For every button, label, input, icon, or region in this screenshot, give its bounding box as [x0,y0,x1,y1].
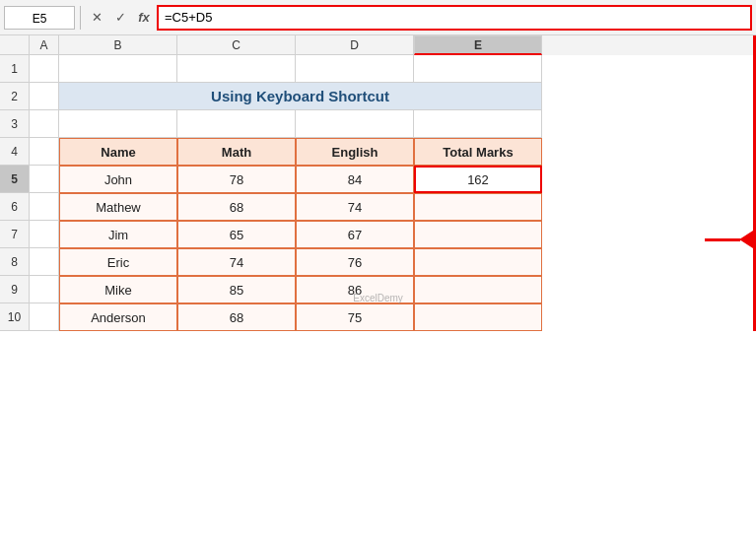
confirm-icon[interactable]: ✓ [109,7,131,29]
cell-a8[interactable] [30,248,59,276]
row-6: 6 Mathew 68 74 [0,193,756,221]
row-4: 4 Name Math English Total Marks [0,138,756,166]
cell-d8[interactable]: 76 [296,248,414,276]
col-header-a[interactable]: A [30,35,59,55]
cell-b5[interactable]: John [59,166,177,193]
row-3: 3 [0,110,756,138]
spreadsheet: A B C D E 1 2 Using Keyboard Shortcut 3 [0,35,756,331]
cell-c4-header[interactable]: Math [177,138,296,166]
row-num-4: 4 [0,138,30,166]
cell-title[interactable]: Using Keyboard Shortcut [59,83,542,110]
cell-a5[interactable] [30,166,59,193]
cell-d10[interactable]: 75 [296,303,414,331]
cell-e8[interactable] [414,248,542,276]
cell-c1[interactable] [177,55,296,83]
cell-a6[interactable] [30,193,59,221]
cell-e4-header[interactable]: Total Marks [414,138,542,166]
cell-c7[interactable]: 65 [177,221,296,248]
cell-b9[interactable]: Mike [59,276,177,303]
toolbar-separator [80,6,81,30]
row-num-2: 2 [0,83,30,110]
col-header-d[interactable]: D [296,35,414,55]
cell-a2[interactable] [30,83,59,110]
row-7: 7 Jim 65 67 [0,221,756,248]
fx-icon: fx [133,7,155,29]
cell-a10[interactable] [30,303,59,331]
row-10: 10 Anderson 68 75 [0,303,756,331]
cell-d3[interactable] [296,110,414,138]
cell-c5[interactable]: 78 [177,166,296,193]
column-headers: A B C D E [0,35,756,55]
cell-e6[interactable] [414,193,542,221]
row-num-1: 1 [0,55,30,83]
cell-c6[interactable]: 68 [177,193,296,221]
cell-c9[interactable]: 85 [177,276,296,303]
col-header-e[interactable]: E [414,35,542,55]
cell-d1[interactable] [296,55,414,83]
cell-a1[interactable] [30,55,59,83]
name-box[interactable]: E5 [4,6,75,30]
cell-a4[interactable] [30,138,59,166]
cancel-icon[interactable]: ✕ [86,7,107,29]
cell-d7[interactable]: 67 [296,221,414,248]
cell-e7[interactable] [414,221,542,248]
cell-a7[interactable] [30,221,59,248]
row-num-8: 8 [0,248,30,276]
row-num-7: 7 [0,221,30,248]
cell-b6[interactable]: Mathew [59,193,177,221]
cell-a9[interactable] [30,276,59,303]
col-header-c[interactable]: C [177,35,296,55]
row-num-9: 9 [0,276,30,303]
cell-c10[interactable]: 68 [177,303,296,331]
formula-bar-wrapper: =C5+D5 [157,5,752,31]
row-num-10: 10 [0,303,30,331]
row-num-3: 3 [0,110,30,138]
cell-c8[interactable]: 74 [177,248,296,276]
corner-header [0,35,30,55]
row-5: 5 John 78 84 162 [0,166,756,193]
cell-b3[interactable] [59,110,177,138]
cell-e5[interactable]: 162 [414,166,542,193]
spreadsheet-wrapper: A B C D E 1 2 Using Keyboard Shortcut 3 [0,35,756,331]
cell-c3[interactable] [177,110,296,138]
cell-e10[interactable] [414,303,542,331]
cell-b4-header[interactable]: Name [59,138,177,166]
row-9: 9 Mike 85 86 [0,276,756,303]
cell-b10[interactable]: Anderson [59,303,177,331]
cell-d4-header[interactable]: English [296,138,414,166]
row-1: 1 [0,55,756,83]
cell-d5[interactable]: 84 [296,166,414,193]
cell-d6[interactable]: 74 [296,193,414,221]
cell-e3[interactable] [414,110,542,138]
formula-bar[interactable]: =C5+D5 [157,5,752,31]
row-2: 2 Using Keyboard Shortcut [0,83,756,110]
col-header-b[interactable]: B [59,35,177,55]
cell-a3[interactable] [30,110,59,138]
cell-b7[interactable]: Jim [59,221,177,248]
row-num-6: 6 [0,193,30,221]
cell-e9[interactable] [414,276,542,303]
toolbar: E5 ✕ ✓ fx =C5+D5 [0,0,756,35]
cell-b1[interactable] [59,55,177,83]
row-8: 8 Eric 74 76 [0,248,756,276]
cell-b8[interactable]: Eric [59,248,177,276]
cell-d9[interactable]: 86 [296,276,414,303]
red-arrow [705,231,753,248]
row-num-5: 5 [0,166,30,193]
cell-e1[interactable] [414,55,542,83]
